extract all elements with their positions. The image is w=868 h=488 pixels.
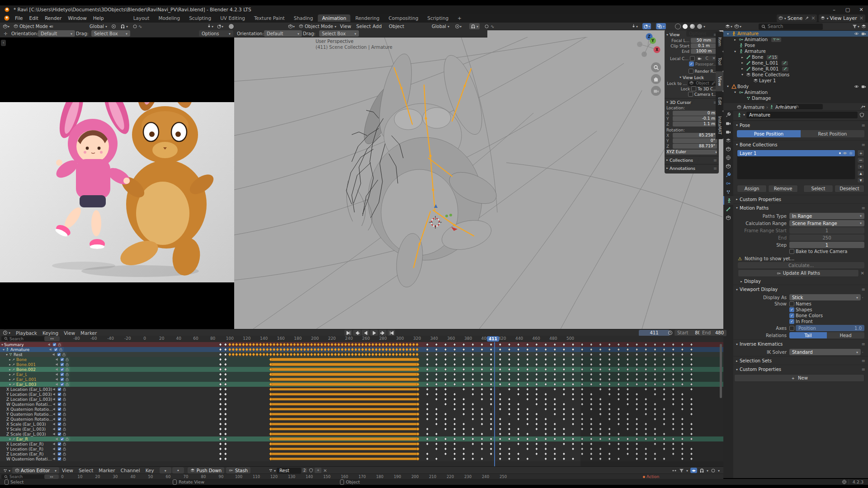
expand-arrow[interactable]: ▾ [741, 73, 746, 76]
next-key-button[interactable] [379, 330, 387, 336]
breadcrumb-data[interactable]: Armature [775, 105, 797, 110]
render-region-checkbox[interactable] [689, 69, 693, 74]
shading-mode-buttons[interactable]: ▾ [227, 23, 234, 29]
tail-button[interactable]: Tail [789, 332, 827, 338]
snap-magnet-icon[interactable]: ▾ [469, 23, 480, 29]
cursor-rot-z[interactable]: 88.719° [673, 144, 717, 149]
pivot-point-icon[interactable] [111, 23, 116, 29]
workspace-tab-animation[interactable]: Animation [318, 14, 350, 22]
playhead-frame-chip[interactable]: 411 [487, 336, 499, 342]
editor-type-dropdown[interactable]: ▾ [288, 23, 295, 29]
orientation-dropdown[interactable]: Default▾ [38, 30, 75, 37]
camera-to-view-checkbox[interactable] [688, 92, 693, 97]
outliner-item-animation[interactable]: ▸Animation [723, 37, 868, 42]
options-button[interactable]: Options▾ [199, 30, 233, 37]
rest-position-button[interactable]: Rest Position [801, 130, 864, 137]
view-panel-title[interactable]: View [670, 32, 680, 37]
bone-collections-section-header[interactable]: ▾Bone Collections≡ [733, 140, 868, 149]
n-panel-tab-edit[interactable]: Edit [716, 91, 723, 111]
prev-key-button[interactable] [353, 330, 361, 336]
unlink-action-icon[interactable]: ✕ [323, 468, 327, 473]
show-gizmo-icon[interactable]: ▾ [207, 23, 213, 29]
pose-position-button[interactable]: Pose Position [737, 130, 801, 137]
new-action-icon[interactable]: ＋ [315, 468, 321, 473]
local-camera-checkbox[interactable] [690, 56, 695, 61]
bone-collection-item[interactable]: Layer 1 ☆ [737, 150, 855, 156]
browse-action-icon[interactable] [269, 468, 273, 473]
editor-type-icon[interactable] [3, 468, 8, 473]
properties-tab-world[interactable] [723, 153, 733, 162]
transform-orientation[interactable]: Global▾ [90, 23, 107, 29]
properties-tab-scene[interactable] [723, 145, 733, 153]
select-button[interactable]: Select [803, 185, 833, 192]
orientation-dropdown[interactable]: Default▾ [264, 30, 302, 37]
calculation-range-dropdown[interactable]: Scene Frame Range▾ [789, 220, 864, 226]
disable-render-camera-icon[interactable] [861, 84, 866, 89]
properties-tab-object-data[interactable] [723, 196, 734, 205]
dot-slider-icon[interactable] [672, 468, 677, 473]
menu-file[interactable]: File [12, 14, 26, 22]
editor-type-dropdown[interactable]: ▾ [3, 23, 9, 29]
update-all-paths-button[interactable]: Update All Paths [738, 269, 859, 277]
view-layer-unlink-icon[interactable]: ✕ [859, 15, 863, 21]
channel-search-input[interactable]: Search [1, 336, 48, 341]
navigation-gizmo[interactable]: Z Y X [632, 31, 664, 62]
filter-icon[interactable] [852, 24, 857, 29]
disable-render-camera-icon[interactable] [861, 31, 866, 36]
expand-arrow[interactable]: ▾ [734, 50, 739, 53]
cursor-loc-z[interactable]: 1.1 m [673, 122, 717, 127]
properties-tab-render[interactable] [723, 119, 733, 127]
rotation-order-dropdown[interactable]: XYZ Euler▾ [666, 150, 717, 155]
cursor-rot-x[interactable]: 85.258° [673, 133, 717, 138]
properties-tab-physics[interactable] [723, 179, 733, 188]
sidebar-toggle-arrow[interactable]: ‹ [1, 40, 6, 46]
workspace-tab-texture-paint[interactable]: Texture Paint [250, 14, 289, 22]
xray-toggle-icon[interactable]: ▾ [656, 23, 666, 29]
clear-paths-icon[interactable]: ✕ [861, 271, 864, 276]
expand-arrow[interactable]: ▸ [734, 38, 739, 41]
expand-arrow[interactable]: ▾ [734, 91, 739, 94]
outliner-item-bone_l.001[interactable]: ▸Bone_L.001 [723, 60, 868, 66]
maximize-button[interactable]: ▢ [841, 6, 854, 13]
pin-icon[interactable] [805, 16, 809, 20]
show-overlays-icon[interactable]: ▾ [217, 23, 223, 29]
head-button[interactable]: Head [827, 332, 864, 338]
expand-arrow[interactable]: ▸ [741, 67, 746, 70]
shapes-checkbox[interactable]: ✓ [789, 307, 794, 312]
filter-funnel-icon[interactable] [679, 468, 684, 473]
scene-selector[interactable]: ▾ Scene ✕ [777, 14, 817, 22]
display-as-dropdown[interactable]: Stick▾ [789, 294, 861, 300]
properties-tab-view-layer[interactable] [723, 136, 733, 145]
outliner-item-bone[interactable]: ▸Bone15 [723, 54, 868, 60]
properties-tab-output[interactable] [723, 127, 733, 136]
frame-end-field[interactable]: End480 [699, 330, 726, 336]
bake-camera-checkbox[interactable] [789, 249, 794, 254]
minimize-button[interactable]: – [827, 6, 841, 13]
outliner-item-body[interactable]: ▾Body [723, 84, 868, 89]
viewport-menu-select[interactable]: Select [356, 23, 371, 29]
pivot-point-icon[interactable]: ▾ [455, 23, 462, 29]
mode-dropdown[interactable]: Object Mode▾ [14, 23, 51, 29]
specials-dropdown[interactable]: ▾ [857, 164, 864, 169]
properties-tab-constraints[interactable] [723, 188, 733, 196]
show-overlays-icon[interactable]: ▾ [642, 23, 651, 29]
transform-orientation[interactable]: Global▾ [432, 23, 449, 29]
editor-type-clock-icon[interactable] [3, 330, 8, 335]
scene-unlink-icon[interactable]: ✕ [811, 15, 815, 21]
scrollbar[interactable] [720, 344, 722, 398]
jump-end-button[interactable] [387, 330, 395, 336]
camera-view-button[interactable] [651, 86, 661, 96]
action-summary-label[interactable]: Action [643, 474, 659, 479]
users-count-badge[interactable]: 2 [302, 468, 307, 473]
play-reverse-button[interactable] [362, 330, 369, 336]
annotations-panel-title[interactable]: Annotations [670, 166, 695, 171]
pin-icon[interactable] [860, 105, 864, 109]
action-menu-key[interactable]: Key [143, 467, 157, 474]
passepartout-checkbox[interactable]: ✓ [689, 61, 694, 66]
jump-start-button[interactable] [344, 330, 352, 336]
selection-sets-section-header[interactable]: ▸Selection Sets≡ [733, 356, 868, 365]
add-collection-button[interactable]: ＋ [857, 150, 864, 156]
visibility-eye-icon[interactable] [843, 151, 847, 155]
playhead-line[interactable] [494, 342, 495, 466]
frame-range-start-field[interactable]: 1 [789, 227, 864, 234]
